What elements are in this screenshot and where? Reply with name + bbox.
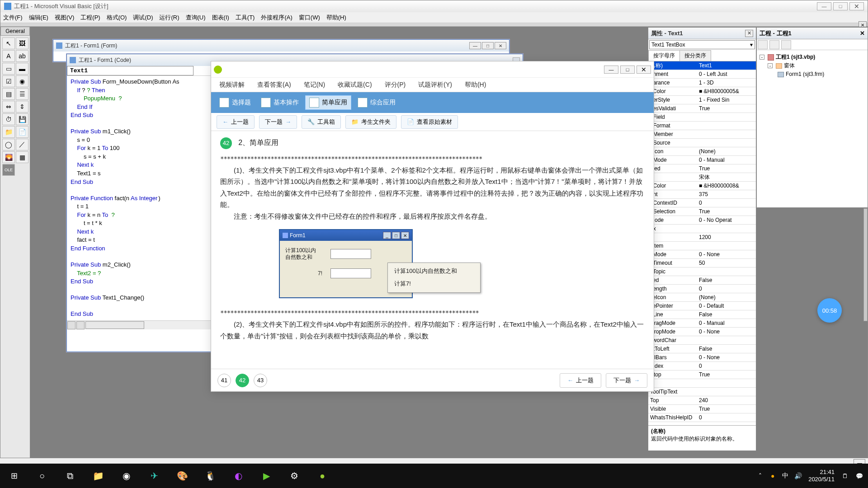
property-row[interactable]: kMode0 - None [648,250,756,259]
menu-edit[interactable]: 编辑(E) [29,14,48,22]
app-icon-3[interactable]: ● [308,464,336,488]
property-row[interactable]: t1200 [648,233,756,242]
tray-ime-icon[interactable]: 中 [781,472,789,480]
tutor-close-button[interactable]: ✕ [637,66,651,74]
property-row[interactable]: Index0 [648,362,756,371]
property-row[interactable]: sePointer0 - Default [648,302,756,310]
ole-tool-icon[interactable]: OLE [2,164,15,176]
examinee-folder-button[interactable]: 📁考生文件夹 [345,115,396,129]
property-row[interactable]: pContextID0 [648,199,756,207]
tab-categorized[interactable]: 按分类序 [679,50,711,61]
property-row[interactable]: kTimeout50 [648,259,756,267]
property-row[interactable]: VisibleTrue [648,405,756,413]
minimize-button[interactable]: — [817,2,831,10]
tutor-menu-help[interactable]: 帮助(H) [465,81,486,89]
property-row[interactable]: aMember [648,130,756,139]
project-close-icon[interactable]: ✕ [860,30,865,37]
file-explorer-icon[interactable]: 📁 [84,464,112,488]
app-icon-1[interactable]: 🎨 [168,464,196,488]
taskbar-clock[interactable]: 21:41 2020/5/11 [808,469,835,483]
properties-close-icon[interactable]: ✕ [745,30,753,37]
menu-debug[interactable]: 调试(D) [133,14,153,22]
frame-tool-icon[interactable]: ▭ [2,63,15,75]
form-max-button[interactable]: □ [482,42,494,49]
timer-tool-icon[interactable]: ⏱ [2,113,15,125]
hscroll-bar[interactable] [85,321,144,329]
tray-security-icon[interactable]: ● [769,472,777,480]
property-row[interactable]: ollBars0 - None [648,353,756,362]
property-row[interactable]: t [648,379,756,388]
tray-notes-icon[interactable]: 🗒 [841,472,849,480]
next-question-button[interactable]: 下一题→ [259,115,297,129]
picturebox-tool-icon[interactable]: 🖼 [16,38,28,49]
menu-project[interactable]: 工程(P) [80,14,100,22]
media-player-icon[interactable]: ▶ [252,464,280,488]
menu-run[interactable]: 运行(R) [159,14,179,22]
property-row[interactable]: ToolTipText [648,388,756,396]
cat-choice[interactable]: 选择题 [216,96,255,109]
footer-prev-button[interactable]: ←上一题 [560,373,601,388]
label-tool-icon[interactable]: A [2,50,15,62]
property-row[interactable]: ght375 [648,190,756,199]
menu-file[interactable]: 文件(F) [3,14,23,22]
properties-object-dropdown[interactable]: Text1 TextBox▾ [649,40,755,49]
app-icon-2[interactable]: ◐ [224,464,252,488]
form-min-button[interactable]: — [469,42,481,49]
tutor-menu-answer[interactable]: 查看答案(A) [257,81,291,89]
notification-icon[interactable]: 💬 [855,472,863,480]
chrome-icon[interactable]: ◉ [112,464,140,488]
menu-query[interactable]: 查询(U) [186,14,206,22]
tutor-menu-analysis[interactable]: 试题评析(Y) [418,81,452,89]
filelist-tool-icon[interactable]: 📄 [16,126,28,138]
hscroll-tool-icon[interactable]: ⇔ [2,101,15,113]
property-row[interactable]: htToLeftFalse [648,345,756,353]
tutor-menu-video[interactable]: 视频讲解 [219,81,245,89]
property-row[interactable]: kedFalse [648,276,756,285]
raw-material-button[interactable]: 📄查看原始素材 [401,115,458,129]
menu-help[interactable]: 帮助(H) [326,14,346,22]
properties-grid[interactable]: 名称)Text1 gnment0 - Left Justearance1 - 3… [648,61,756,425]
timer-badge[interactable]: 00:58 [817,298,842,323]
object-dropdown[interactable]: Text1 [67,66,193,75]
maximize-button[interactable]: □ [833,2,848,10]
search-icon[interactable]: ○ [28,464,56,488]
proc-view-icon[interactable] [67,321,75,329]
property-row[interactable]: bledTrue [648,164,756,173]
tray-chevron-icon[interactable]: ˄ [756,472,764,480]
vscroll-tool-icon[interactable]: ⇕ [16,101,28,113]
qq-icon[interactable]: 🐧 [196,464,224,488]
property-row[interactable]: ex [648,225,756,233]
property-row[interactable]: swordChar [648,336,756,345]
property-row[interactable]: aFormat [648,122,756,130]
view-code-icon[interactable] [758,40,768,49]
toolbox-button[interactable]: 🔧工具箱 [302,115,341,129]
pointer-tool-icon[interactable]: ↖ [2,38,15,49]
commandbutton-tool-icon[interactable]: ▬ [16,63,28,75]
menu-window[interactable]: 窗口(W) [299,14,320,22]
view-object-icon[interactable] [769,40,779,49]
settings-icon[interactable]: ⚙ [280,464,308,488]
tutor-maximize-button[interactable]: □ [620,66,635,74]
property-row[interactable]: Length0 [648,285,756,293]
cat-simple[interactable]: 简单应用 [305,95,351,110]
menu-format[interactable]: 格式(O) [107,14,127,22]
property-row[interactable]: aSource [648,139,756,147]
property-row[interactable]: tiLineFalse [648,310,756,319]
shape-tool-icon[interactable]: ◯ [2,139,15,150]
footer-next-button[interactable]: 下一题→ [606,373,647,388]
tab-alphabetic[interactable]: 按字母序 [648,50,680,61]
cat-combined[interactable]: 综合应用 [354,96,399,109]
property-row[interactable]: Top240 [648,396,756,405]
dirlist-tool-icon[interactable]: 📁 [2,126,15,138]
form-close-button[interactable]: ✕ [495,42,506,49]
menu-view[interactable]: 视图(V) [55,14,74,22]
property-row[interactable]: aField [648,113,756,122]
property-row[interactable]: eColor■ &H80000008& [648,182,756,190]
property-row[interactable]: DropMode0 - None [648,328,756,336]
property-row[interactable]: kItem [648,242,756,250]
menu-tools[interactable]: 工具(T) [236,14,255,22]
property-row[interactable]: seIcon(None) [648,293,756,302]
property-row[interactable]: DragMode0 - Manual [648,319,756,328]
property-row[interactable]: sesValidatiTrue [648,104,756,113]
property-row[interactable]: earance1 - 3D [648,79,756,87]
